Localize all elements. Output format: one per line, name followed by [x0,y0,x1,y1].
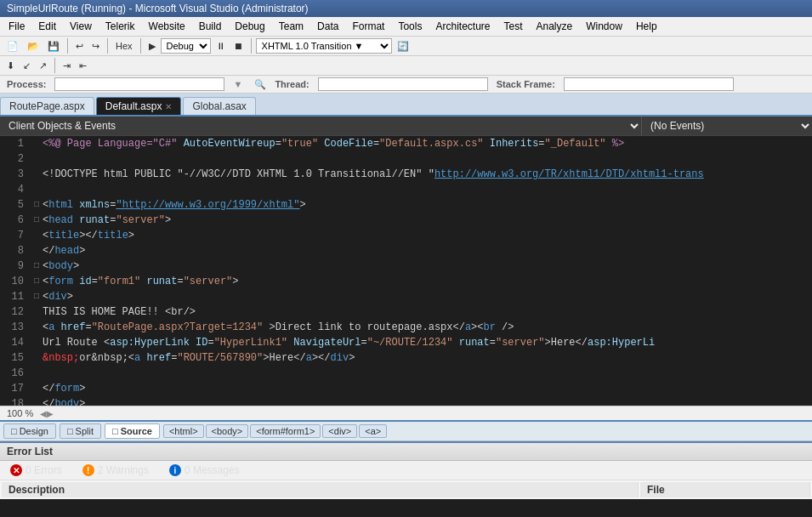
config-select[interactable]: Debug [161,38,211,54]
objects-select[interactable]: Client Objects & Events [0,116,642,135]
warning-icon: ! [82,464,94,476]
line-content: <head runat="server"> [43,213,812,228]
sep1 [67,38,68,54]
code-line: 4 [0,182,812,197]
code-line: 3 <!DOCTYPE html PUBLIC "-//W3C//DTD XHT… [0,167,812,182]
line-marker: □ [31,197,43,213]
tab-routepageaspx[interactable]: RoutePage.aspx [0,97,94,115]
line-number: 18 [0,396,31,406]
menu-item-view[interactable]: View [65,19,97,34]
line-content: </head> [43,243,812,258]
events-select[interactable]: (No Events) [642,116,812,135]
line-number: 12 [0,304,31,320]
start-button[interactable]: ▶ [145,39,159,54]
menu-item-telerik[interactable]: Telerik [100,19,140,34]
line-marker: □ [31,213,43,228]
menu-item-debug[interactable]: Debug [230,19,270,34]
thread-input[interactable] [318,77,488,91]
redo-button[interactable]: ↪ [88,39,103,54]
info-icon: i [169,464,181,476]
line-content: <!DOCTYPE html PUBLIC "-//W3C//DTD XHTML… [43,167,812,182]
menu-item-architecture[interactable]: Architecture [430,19,495,34]
menu-item-data[interactable]: Data [312,19,344,34]
warning-count-badge[interactable]: ! 2 Warnings [79,463,152,477]
step-into[interactable]: ↙ [20,59,34,73]
warning-count-label: 2 Warnings [98,464,149,476]
menu-item-edit[interactable]: Edit [33,19,61,34]
error-header: Error List [0,443,812,461]
code-line: 16 [0,366,812,381]
line-number: 10 [0,274,31,289]
line-content: <title></title> [43,228,812,243]
error-count-badge[interactable]: ✕ 0 Errors [7,463,65,477]
view-tab-design[interactable]: □Design [3,423,56,439]
menu-item-tools[interactable]: Tools [393,19,427,34]
code-line: 12 THIS IS HOME PAGE!! <br/> [0,304,812,320]
line-number: 13 [0,320,31,335]
code-line: 13 <a href="RoutePage.aspx?Target=1234" … [0,320,812,335]
menu-item-format[interactable]: Format [347,19,389,34]
code-lines[interactable]: 1 <%@ Page Language="C#" AutoEventWireup… [0,136,812,406]
message-count-label: 0 Messages [185,464,240,476]
view-tab-label: Split [76,426,94,436]
line-number: 6 [0,213,31,228]
line-content: <body> [43,258,812,274]
tab-globalasax[interactable]: Global.asax [183,97,255,115]
line-content: <html xmlns="http://www.w3.org/1999/xhtm… [43,197,812,213]
col-file: File [640,482,810,497]
pause-button[interactable]: ⏸ [213,39,229,53]
undo-button[interactable]: ↩ [72,39,87,54]
tab-defaultaspx[interactable]: Default.aspx✕ [96,97,182,115]
line-content: </form> [43,381,812,396]
line-number: 16 [0,366,31,381]
hex-button[interactable]: Hex [112,39,136,53]
line-content: </body> [43,396,812,406]
stack-input[interactable] [564,77,734,91]
error-panel: Error List ✕ 0 Errors ! 2 Warnings i 0 M… [0,441,812,499]
view-tab-source[interactable]: □Source [105,423,160,439]
line-number: 15 [0,350,31,366]
new-button[interactable]: 📄 [3,39,22,54]
line-marker: □ [31,289,43,304]
open-button[interactable]: 📂 [24,39,43,54]
menu-item-window[interactable]: Window [581,19,627,34]
filter-icon: ▼ [233,79,242,89]
line-content: <a href="RoutePage.aspx?Target=1234" >Di… [43,320,812,335]
menu-item-build[interactable]: Build [194,19,227,34]
menu-bar: FileEditViewTelerikWebsiteBuildDebugTeam… [0,17,812,37]
error-counts: ✕ 0 Errors ! 2 Warnings i 0 Messages [0,461,812,480]
breadcrumb-item[interactable]: <html> [163,424,204,438]
xhtml-select[interactable]: XHTML 1.0 Transition ▼ [256,38,392,54]
breadcrumb-item[interactable]: <a> [359,424,387,438]
code-line: 11 □ <div> [0,289,812,304]
step-over[interactable]: ⬇ [3,59,18,73]
indent-button[interactable]: ⇥ [60,59,74,73]
process-label: Process: [7,79,46,89]
breadcrumb-item[interactable]: <div> [322,424,357,438]
menu-item-test[interactable]: Test [498,19,527,34]
error-title: Error List [7,446,53,457]
view-tab-icon: □ [67,426,73,436]
stop-button[interactable]: ⏹ [230,39,247,53]
obj-bar: Client Objects & Events (No Events) [0,116,812,136]
message-count-badge[interactable]: i 0 Messages [166,463,243,477]
breadcrumb-item[interactable]: <body> [206,424,249,438]
menu-item-help[interactable]: Help [631,19,662,34]
menu-item-analyze[interactable]: Analyze [531,19,578,34]
view-tab-split[interactable]: □Split [60,423,101,439]
code-line: 2 [0,151,812,167]
title-bar: SimpleUrlRoute (Running) - Microsoft Vis… [0,0,812,17]
breadcrumb-item[interactable]: <form#form1> [250,424,321,438]
save-button[interactable]: 💾 [44,39,63,54]
step-out[interactable]: ↗ [36,59,50,73]
menu-item-file[interactable]: File [3,19,30,34]
process-input[interactable] [54,77,224,91]
tab-close[interactable]: ✕ [165,102,172,111]
menu-item-team[interactable]: Team [274,19,309,34]
refresh-button[interactable]: 🔄 [394,39,412,54]
outdent-button[interactable]: ⇤ [76,59,90,73]
menu-item-website[interactable]: Website [144,19,190,34]
code-line: 14 Url Route <asp:HyperLink ID="HyperLin… [0,335,812,350]
zoom-label: 100 % [7,408,33,418]
error-count-label: 0 Errors [26,464,62,476]
